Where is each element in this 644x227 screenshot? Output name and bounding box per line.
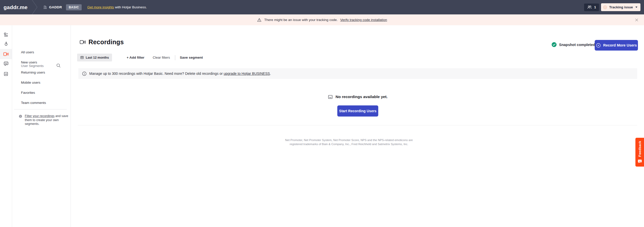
date-range-label: Last 12 months [86, 56, 109, 59]
filter-toolbar: Last 12 months + Add filter Clear filter… [77, 54, 203, 61]
clear-filters-button[interactable]: Clear filters [153, 56, 170, 59]
plan-limit-text: Manage up to 300 recordings with Hotjar … [89, 72, 271, 76]
tracking-issue-label: Tracking issue [609, 5, 633, 9]
nps-disclaimer-line1: Net Promoter, Net Promoter System, Net P… [78, 138, 619, 142]
check-circle-icon [551, 42, 557, 47]
feedback-tab-label: Feedback [638, 141, 642, 157]
feedback-tab[interactable]: Feedback [635, 138, 644, 167]
page-title-row: Recordings [80, 38, 124, 46]
rail-item-heatmaps[interactable] [0, 39, 12, 49]
info-icon [19, 115, 22, 118]
close-icon[interactable] [635, 18, 638, 22]
plan-badge: BASIC [66, 4, 82, 10]
feedback-bubble-icon [4, 61, 9, 66]
panel-divider [14, 109, 67, 109]
empty-state: No recordings available yet. Start Recor… [78, 91, 637, 117]
plan-limit-text-body: Manage up to 300 recordings with Hotjar … [89, 72, 224, 76]
save-segment-button[interactable]: Save segment [180, 56, 203, 59]
record-more-users-button[interactable]: Record More Users [595, 40, 638, 51]
video-camera-icon [3, 52, 9, 56]
app-logo[interactable]: gaddr.me [0, 4, 28, 10]
rail-item-feedback[interactable] [0, 59, 12, 69]
topbar-right: 1 ! Tracking issue [584, 3, 644, 11]
users-icon [587, 5, 592, 9]
flame-icon [4, 41, 8, 46]
rail-item-recordings[interactable] [0, 49, 12, 59]
nps-disclaimer-line2: registered trademarks of Bain & Company,… [78, 142, 619, 146]
add-filter-button[interactable]: + Add filter [127, 56, 144, 59]
upgrade-link[interactable]: upgrade to Hotjar BUSINESS [224, 72, 270, 76]
segments-hint: Filter your recordings and save them to … [19, 114, 69, 126]
plan-limit-banner: Manage up to 300 recordings with Hotjar … [78, 68, 637, 79]
plan-limit-text-suffix: . [270, 72, 271, 76]
date-range-filter[interactable]: Last 12 months [77, 54, 112, 61]
breadcrumb-chevron-icon [31, 0, 39, 14]
topbar-left: gaddr.me GADDR BASIC Get more insights w… [0, 0, 147, 14]
filter-recordings-link[interactable]: Filter your recordings [25, 114, 54, 118]
calendar-icon [80, 56, 84, 59]
record-more-users-label: Record More Users [603, 43, 637, 47]
start-recording-users-button[interactable]: Start Recording Users [337, 105, 378, 117]
content-divider [78, 125, 637, 125]
recordings-camera-icon [80, 40, 86, 44]
tracking-alert-banner: There might be an issue with your tracki… [0, 14, 644, 25]
segments-panel: User Segments All users New users Return… [12, 25, 71, 227]
topbar: gaddr.me GADDR BASIC Get more insights w… [0, 0, 644, 14]
get-more-insights-link[interactable]: Get more insights [87, 5, 114, 9]
alert-circle-icon: ! [603, 5, 607, 9]
rail-item-dashboard[interactable] [0, 30, 12, 40]
empty-state-message-row: No recordings available yet. [328, 95, 388, 99]
segments-hint-text: Filter your recordings and save them to … [25, 114, 69, 126]
page-title: Recordings [88, 38, 124, 46]
segment-item-mobile-users[interactable]: Mobile users [12, 77, 71, 87]
site-building-icon [43, 5, 47, 9]
site-name[interactable]: GADDR [49, 5, 62, 9]
tracking-alert-content: There might be an issue with your tracki… [257, 18, 387, 22]
segment-item-new-users[interactable]: New users [12, 57, 71, 67]
icon-rail [0, 25, 12, 227]
active-users-count: 1 [594, 5, 596, 9]
empty-tray-icon [328, 95, 333, 99]
tracking-alert-text: There might be an issue with your tracki… [264, 18, 338, 22]
warning-triangle-icon [257, 18, 262, 22]
filter-divider [175, 55, 175, 60]
rail-item-surveys[interactable] [0, 69, 12, 79]
app-screen: gaddr.me GADDR BASIC Get more insights w… [0, 0, 644, 227]
feedback-smiley-icon [637, 159, 642, 164]
survey-chart-icon [4, 72, 8, 76]
info-circle-icon [82, 72, 86, 76]
record-icon [596, 43, 601, 48]
empty-state-message: No recordings available yet. [336, 95, 388, 99]
segment-item-favorites[interactable]: Favorites [12, 87, 71, 98]
tracking-issue-button[interactable]: ! Tracking issue [601, 3, 640, 11]
segment-item-returning-users[interactable]: Returning users [12, 67, 71, 77]
upsell-message: Get more insights with Hotjar Business. [87, 5, 147, 9]
verify-tracking-link[interactable]: Verify tracking code installation [340, 18, 387, 22]
active-users-badge[interactable]: 1 [584, 4, 599, 11]
upsell-message-rest: with Hotjar Business. [114, 5, 147, 9]
segment-item-all-users[interactable]: All users [12, 47, 71, 57]
main-content: Recordings Snapshot completed Record Mor… [71, 25, 644, 227]
nps-disclaimer: Net Promoter, Net Promoter System, Net P… [78, 138, 619, 146]
snapshot-status-text: Snapshot completed [559, 43, 595, 47]
chevron-down-icon [635, 7, 637, 8]
snapshot-status: Snapshot completed [551, 42, 595, 47]
dashboard-icon [4, 32, 9, 37]
segment-item-team-comments[interactable]: Team comments [12, 98, 71, 108]
